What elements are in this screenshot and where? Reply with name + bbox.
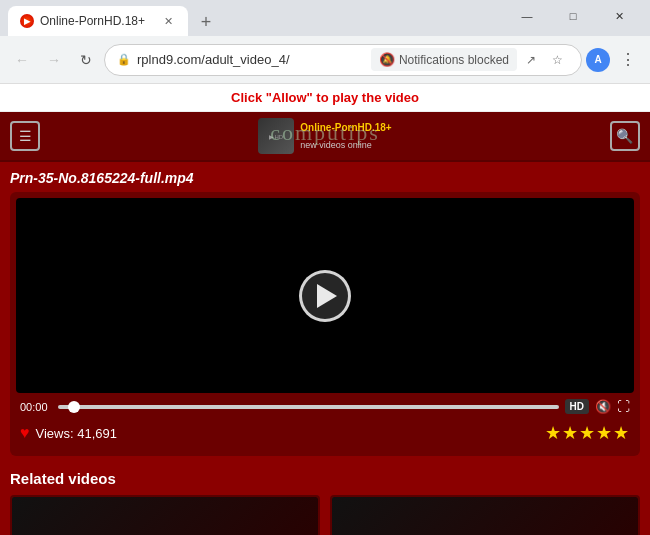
back-button[interactable]: ← (8, 46, 36, 74)
logo-sub-text: new videos online (300, 140, 391, 150)
video-section: Prn-35-No.8165224-full.mp4 00:00 HD 🔇 ⛶ (0, 162, 650, 464)
bookmark-icon[interactable]: ☆ (545, 48, 569, 72)
star-rating: ★★★★★ (545, 422, 630, 444)
maximize-button[interactable]: □ (550, 0, 596, 32)
hamburger-icon: ☰ (19, 128, 32, 144)
progress-thumb[interactable] (68, 401, 80, 413)
related-video-1[interactable] (10, 495, 320, 535)
video-container: 00:00 HD 🔇 ⛶ ♥ Views: 41,691 ★★★★★ (10, 192, 640, 456)
notification-banner-text: Click "Allow" to play the video (231, 90, 419, 105)
stats-row: ♥ Views: 41,691 ★★★★★ (16, 416, 634, 450)
refresh-button[interactable]: ↻ (72, 46, 100, 74)
tab-title: Online-PornHD.18+ (40, 14, 154, 28)
address-input[interactable]: 🔒 rplnd9.com/adult_video_4/ 🔕 Notificati… (104, 44, 582, 76)
volume-button[interactable]: 🔇 (595, 399, 611, 414)
url-text: rplnd9.com/adult_video_4/ (137, 52, 365, 67)
video-title: Prn-35-No.8165224-full.mp4 (10, 170, 640, 186)
share-icon[interactable]: ↗ (519, 48, 543, 72)
thumb-2-image (332, 497, 638, 535)
logo-main-text: Online-PornHD.18+ (300, 122, 391, 140)
related-grid (10, 495, 640, 535)
hamburger-menu-button[interactable]: ☰ (10, 121, 40, 151)
tab-close-button[interactable]: ✕ (160, 13, 176, 29)
bell-slash-icon: 🔕 (379, 52, 395, 67)
site-content: computips ☰ ▶HD Online-PornHD.18+ new vi… (0, 112, 650, 535)
logo-image: ▶HD (258, 118, 294, 154)
title-bar: ▶ Online-PornHD.18+ ✕ + — □ ✕ (0, 0, 650, 36)
lock-icon: 🔒 (117, 53, 131, 66)
minimize-button[interactable]: — (504, 0, 550, 32)
notification-banner: Click "Allow" to play the video (0, 84, 650, 112)
heart-icon: ♥ (20, 424, 30, 442)
new-tab-button[interactable]: + (192, 8, 220, 36)
address-bar: ← → ↻ 🔒 rplnd9.com/adult_video_4/ 🔕 Noti… (0, 36, 650, 84)
window-controls: — □ ✕ (504, 0, 642, 32)
views-section: ♥ Views: 41,691 (20, 424, 117, 442)
site-search-button[interactable]: 🔍 (610, 121, 640, 151)
browser-tab[interactable]: ▶ Online-PornHD.18+ ✕ (8, 6, 188, 36)
video-time: 00:00 (20, 401, 52, 413)
thumb-1-image (12, 497, 318, 535)
fullscreen-button[interactable]: ⛶ (617, 399, 630, 414)
notifications-blocked-badge: 🔕 Notifications blocked (371, 48, 517, 71)
video-player[interactable] (16, 198, 634, 393)
related-videos-section: Related videos (0, 464, 650, 535)
forward-button[interactable]: → (40, 46, 68, 74)
play-triangle-icon (317, 284, 337, 308)
video-progress-bar[interactable] (58, 405, 559, 409)
profile-icon[interactable]: A (586, 48, 610, 72)
views-text: Views: 41,691 (36, 426, 117, 441)
related-video-2[interactable] (330, 495, 640, 535)
close-button[interactable]: ✕ (596, 0, 642, 32)
video-controls: 00:00 HD 🔇 ⛶ (16, 393, 634, 416)
search-icon: 🔍 (616, 128, 633, 144)
play-button[interactable] (299, 270, 351, 322)
chrome-menu-button[interactable]: ⋮ (614, 46, 642, 74)
related-title: Related videos (10, 470, 640, 487)
tab-favicon: ▶ (20, 14, 34, 28)
notifications-blocked-label: Notifications blocked (399, 53, 509, 67)
site-header: ☰ ▶HD Online-PornHD.18+ new videos onlin… (0, 112, 650, 162)
site-logo: ▶HD Online-PornHD.18+ new videos online (258, 118, 391, 154)
hd-badge: HD (565, 399, 589, 414)
